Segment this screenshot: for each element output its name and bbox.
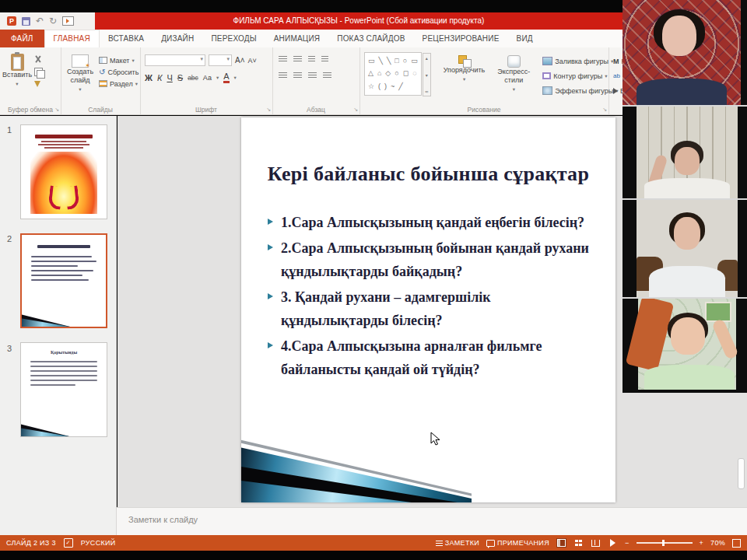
- layout-button[interactable]: Макет▾: [99, 54, 139, 66]
- shapes-gallery-scrollbar[interactable]: ▴▾≂: [423, 53, 431, 96]
- copy-icon[interactable]: [34, 68, 43, 76]
- slide-thumbnail-3[interactable]: Қорытынды: [20, 342, 107, 437]
- slide-canvas[interactable]: Кері байланыс бойынша сұрақтар 1.Сара Ал…: [241, 117, 615, 502]
- drawing-dialog-launcher-icon[interactable]: ↘: [602, 107, 607, 113]
- tab-insert[interactable]: ВСТАВКА: [100, 30, 153, 47]
- shapes-gallery[interactable]: ▭╲╲□○▭ △⌂◇○◻◌ ☆()~╱ ▴▾≂: [364, 52, 422, 96]
- strikethrough-button[interactable]: S: [177, 72, 183, 83]
- thumbnail-number: 3: [7, 344, 12, 353]
- slide-sorter-view-button[interactable]: [573, 538, 584, 548]
- group-clipboard: Вставить▾ Буфер обмена ↘: [0, 47, 61, 114]
- shape-outline-button[interactable]: Контур фигуры▾: [542, 70, 618, 82]
- align-right-icon[interactable]: [308, 72, 317, 79]
- start-slideshow-icon[interactable]: [62, 16, 74, 26]
- new-slide-button[interactable]: Создать слайд▾: [65, 47, 96, 93]
- slideshow-icon: [610, 539, 615, 547]
- clear-formatting-button[interactable]: abc: [188, 72, 198, 83]
- align-left-icon[interactable]: [279, 72, 287, 79]
- cut-icon[interactable]: [34, 55, 42, 63]
- tab-review[interactable]: РЕЦЕНЗИРОВАНИЕ: [414, 30, 508, 47]
- zoom-slider[interactable]: [637, 542, 693, 544]
- bullets-icon[interactable]: [279, 56, 287, 63]
- thumbnail-number: 1: [7, 125, 12, 135]
- slide-body-placeholder[interactable]: 1.Сара Алпысқызының қандай еңбегін білес…: [268, 211, 595, 381]
- participant-video-4[interactable]: [622, 299, 747, 390]
- slide-corner-decoration: [22, 311, 70, 327]
- font-size-combobox[interactable]: [209, 54, 232, 66]
- bullet-marker-icon: [268, 342, 273, 348]
- quick-styles-button[interactable]: Экспресс-стили▾: [497, 47, 530, 96]
- quick-access-toolbar: P ↶ ↻: [0, 12, 95, 30]
- tab-animations[interactable]: АНИМАЦИЯ: [265, 30, 329, 47]
- change-case-button[interactable]: Аа: [203, 72, 212, 83]
- tab-file[interactable]: ФАЙЛ: [0, 30, 44, 47]
- reset-button[interactable]: ↺Сбросить: [99, 66, 139, 78]
- shrink-font-icon[interactable]: А˅: [248, 55, 257, 66]
- shape-effects-button[interactable]: Эффекты фигуры▾: [542, 85, 618, 96]
- fit-to-window-icon[interactable]: [732, 539, 741, 548]
- paragraph-dialog-launcher-icon[interactable]: ↘: [353, 107, 358, 113]
- slide-sorter-icon: [575, 540, 582, 546]
- language-indicator[interactable]: РУССКИЙ: [81, 539, 116, 547]
- notes-toggle-button[interactable]: ЗАМЕТКИ: [436, 539, 479, 547]
- slide-corner-decoration: [241, 439, 472, 502]
- paste-button[interactable]: Вставить▾: [0, 47, 34, 88]
- mouse-cursor: [430, 432, 440, 446]
- participant-video-3[interactable]: [622, 200, 747, 299]
- align-center-icon[interactable]: [293, 72, 302, 79]
- tab-design[interactable]: ДИЗАЙН: [153, 30, 202, 47]
- bold-button[interactable]: Ж: [145, 72, 153, 83]
- format-painter-icon[interactable]: [34, 81, 40, 87]
- arrange-button[interactable]: Упорядочить▾: [444, 47, 486, 96]
- clipboard-dialog-launcher-icon[interactable]: ↘: [54, 107, 59, 113]
- font-name-combobox[interactable]: [145, 54, 205, 66]
- numbering-icon[interactable]: [293, 56, 302, 63]
- tab-slideshow[interactable]: ПОКАЗ СЛАЙДОВ: [328, 30, 413, 47]
- participant-video-2[interactable]: [622, 107, 747, 200]
- find-icon: М: [613, 58, 619, 65]
- slide-thumbnail-2-selected[interactable]: [20, 233, 107, 328]
- arrange-icon: [458, 55, 471, 66]
- font-dialog-launcher-icon[interactable]: ↘: [266, 107, 271, 113]
- zoom-out-button[interactable]: −: [625, 539, 630, 547]
- wall-picture: [705, 302, 731, 322]
- slide-thumbnail-1[interactable]: [20, 124, 107, 219]
- notes-placeholder: Заметки к слайду: [128, 515, 198, 524]
- editor-scrollbar[interactable]: [738, 458, 745, 489]
- reading-view-button[interactable]: [591, 538, 601, 548]
- increase-indent-icon[interactable]: [321, 56, 328, 63]
- justify-icon[interactable]: [323, 72, 331, 79]
- tab-view[interactable]: ВИД: [508, 30, 542, 47]
- comments-toggle-button[interactable]: ПРИМЕЧАНИЯ: [486, 539, 549, 547]
- slide-title[interactable]: Кері байланыс бойынша сұрақтар: [257, 163, 600, 186]
- slideshow-view-button[interactable]: [608, 538, 618, 548]
- grow-font-icon[interactable]: А˄: [235, 55, 245, 66]
- zoom-slider-thumb[interactable]: [662, 540, 665, 546]
- decrease-indent-icon[interactable]: [308, 56, 315, 63]
- reading-view-icon: [591, 540, 600, 547]
- save-icon[interactable]: [22, 17, 30, 26]
- tab-home[interactable]: ГЛАВНАЯ: [44, 30, 100, 47]
- comments-icon: [486, 540, 495, 547]
- tab-transitions[interactable]: ПЕРЕХОДЫ: [202, 30, 265, 47]
- slide-indicator[interactable]: СЛАЙД 2 ИЗ 3: [6, 539, 56, 547]
- underline-button[interactable]: Ч: [167, 72, 172, 83]
- thumbnail-3-title: Қорытынды: [21, 350, 107, 355]
- powerpoint-logo-icon: P: [7, 16, 16, 26]
- reset-icon: ↺: [99, 68, 105, 75]
- redo-icon[interactable]: ↻: [49, 16, 57, 26]
- font-color-button[interactable]: А: [223, 72, 229, 83]
- shape-fill-button[interactable]: Заливка фигуры▾: [542, 55, 618, 67]
- undo-icon[interactable]: ↶: [36, 16, 44, 26]
- italic-button[interactable]: К: [157, 72, 162, 83]
- zoom-level[interactable]: 70%: [710, 539, 725, 547]
- zoom-in-button[interactable]: +: [700, 539, 704, 547]
- participant-video-1[interactable]: [622, 0, 747, 107]
- spellcheck-icon[interactable]: ✓: [64, 538, 73, 548]
- notes-pane[interactable]: Заметки к слайду: [117, 507, 747, 535]
- shape-fill-icon: [542, 57, 552, 65]
- layout-icon: [99, 57, 107, 64]
- normal-view-button[interactable]: [556, 538, 566, 548]
- section-button[interactable]: Раздел▾: [99, 78, 139, 89]
- slide-bullet: 2.Сара Алпысқызының бойынан қандай рухан…: [268, 236, 595, 283]
